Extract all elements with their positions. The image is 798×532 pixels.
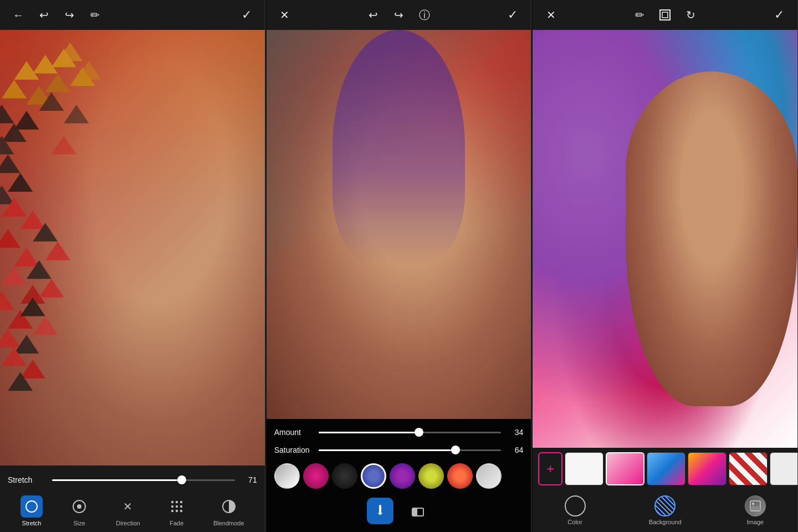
background-tab[interactable]: Background	[649, 495, 682, 525]
stretch-icon	[21, 495, 43, 518]
size-tool[interactable]: Size	[68, 495, 90, 526]
redo-button[interactable]: ↪	[61, 7, 78, 23]
size-icon	[68, 495, 90, 518]
color-tab-label: Color	[567, 519, 582, 525]
svg-point-39	[29, 504, 34, 509]
color-tab[interactable]: Color	[565, 495, 586, 525]
erase-button-p3[interactable]: ✏	[631, 7, 648, 23]
swatch-purple[interactable]	[390, 463, 415, 489]
direction-tool[interactable]: ✕ Direction	[116, 495, 140, 526]
svg-marker-37	[52, 136, 76, 155]
add-background-button[interactable]: +	[538, 452, 562, 485]
bg-thumb-colorful[interactable]	[688, 452, 727, 485]
back-button[interactable]: ←	[10, 7, 27, 23]
svg-marker-11	[0, 155, 21, 173]
swatch-pink[interactable]	[303, 463, 329, 489]
svg-rect-45	[171, 505, 173, 508]
panel1-image	[0, 30, 265, 466]
stretch-slider-thumb[interactable]	[177, 475, 186, 484]
bg-thumb-blue[interactable]	[647, 452, 686, 485]
bg-thumb-red[interactable]	[729, 452, 768, 485]
rotate-button-p3[interactable]: ↻	[682, 7, 699, 23]
check-button-p3[interactable]: ✓	[771, 7, 787, 23]
swatch-black[interactable]	[332, 463, 357, 489]
panel3-photo	[533, 30, 797, 448]
panel2-photo	[267, 30, 531, 419]
svg-rect-48	[171, 510, 173, 512]
svg-marker-22	[0, 329, 21, 347]
undo-button[interactable]: ↩	[35, 7, 52, 23]
info-button-p2[interactable]: ⓘ	[416, 7, 433, 23]
svg-marker-18	[2, 267, 27, 285]
svg-marker-24	[45, 242, 70, 260]
saturation-slider-track[interactable]	[319, 449, 502, 451]
swatch-orange[interactable]	[447, 463, 473, 489]
bg-thumb-white2[interactable]	[770, 452, 797, 485]
swatch-gray[interactable]	[476, 463, 502, 489]
check-button[interactable]: ✓	[238, 7, 255, 23]
blendmode-icon	[218, 495, 240, 518]
background-tab-label: Background	[649, 519, 682, 525]
fade-tool[interactable]: Fade	[166, 495, 188, 526]
svg-rect-50	[180, 510, 182, 512]
swatch-blue[interactable]	[361, 463, 386, 489]
amount-slider-track[interactable]	[319, 432, 502, 433]
svg-marker-33	[58, 42, 83, 61]
svg-rect-54	[412, 508, 417, 516]
panel1-photo	[0, 30, 265, 466]
edit-tool-row	[274, 493, 524, 528]
erase-button[interactable]: ✏	[86, 7, 103, 23]
svg-rect-55	[660, 10, 670, 20]
stretch-label: Stretch	[8, 475, 47, 484]
fade-icon	[166, 495, 188, 518]
panel3-bottom: + Color Background	[533, 448, 797, 532]
svg-marker-10	[14, 111, 39, 130]
panel1-tools: Stretch Size ✕ Direction	[8, 489, 257, 532]
blendmode-tool[interactable]: Blendmode	[213, 495, 244, 526]
svg-rect-44	[180, 501, 182, 503]
swatch-olive[interactable]	[418, 463, 444, 489]
saturation-slider-fill	[319, 449, 456, 451]
stretch-slider-track[interactable]	[52, 479, 235, 481]
bg-thumb-pink[interactable]	[606, 452, 644, 485]
saturation-slider-thumb[interactable]	[451, 446, 460, 454]
bg-thumb-white[interactable]	[565, 452, 603, 485]
bg-thumbnail-row: +	[533, 448, 797, 490]
check-button-p2[interactable]: ✓	[504, 7, 521, 23]
image-tab[interactable]: Image	[745, 495, 766, 525]
svg-marker-36	[64, 105, 89, 124]
close-button-p2[interactable]: ✕	[277, 7, 293, 23]
color-tab-icon	[565, 495, 586, 516]
swatch-silver[interactable]	[274, 463, 300, 489]
panel2-bottom: Amount 34 Saturation 64	[267, 419, 531, 532]
amount-label: Amount	[274, 428, 313, 437]
svg-marker-26	[39, 279, 64, 298]
triangle-overlay	[0, 30, 265, 466]
amount-slider-thumb[interactable]	[415, 428, 423, 437]
svg-point-58	[752, 503, 754, 505]
panel2-center-icons: ↩ ↪ ⓘ	[365, 7, 433, 23]
close-button-p3[interactable]: ✕	[543, 7, 559, 23]
fade-tool-label: Fade	[170, 520, 183, 526]
eraser-button[interactable]	[405, 498, 431, 524]
brush-button[interactable]	[367, 498, 393, 524]
amount-slider-fill	[319, 432, 419, 433]
ratio-button-p3[interactable]	[657, 7, 673, 23]
undo-button-p2[interactable]: ↩	[365, 7, 382, 23]
panel3-person	[626, 71, 797, 406]
redo-button-p2[interactable]: ↪	[391, 7, 407, 23]
panel3-right-icons: ✏ ↻	[631, 7, 699, 23]
stretch-value: 71	[241, 475, 257, 484]
svg-rect-56	[662, 12, 668, 18]
amount-slider-row: Amount 34	[274, 423, 524, 441]
image-tab-label: Image	[747, 519, 764, 525]
svg-marker-34	[76, 61, 101, 80]
svg-point-41	[77, 504, 81, 509]
svg-marker-16	[0, 229, 21, 248]
stretch-slider-fill	[52, 479, 182, 481]
panel3-topbar: ✕ ✏ ↻ ✓	[533, 0, 797, 30]
saturation-label: Saturation	[274, 446, 313, 454]
stretch-tool[interactable]: Stretch	[21, 495, 43, 526]
saturation-value: 64	[507, 446, 523, 454]
stretch-slider-row: Stretch 71	[8, 471, 257, 489]
